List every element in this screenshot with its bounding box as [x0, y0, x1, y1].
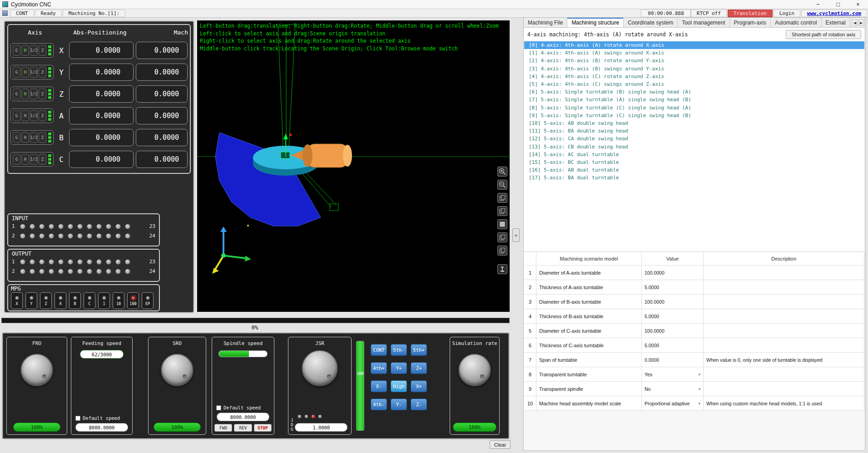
- translation-button[interactable]: Translation: [728, 10, 773, 17]
- structure-list-item[interactable]: [8] 5-axis: Single turntable (C) single …: [524, 104, 864, 112]
- scenario-value[interactable]: 100.0000: [642, 266, 704, 280]
- structure-list-item[interactable]: [16] 5-axis: AB dual turntable: [524, 166, 864, 174]
- default-speed-checkbox[interactable]: [216, 405, 221, 410]
- jsr-knob[interactable]: [302, 350, 338, 386]
- jog-step-input[interactable]: [295, 423, 347, 432]
- structure-list-item[interactable]: [11] 5-axis: BA double swing head: [524, 127, 864, 135]
- view-copy-icon[interactable]: [497, 232, 507, 242]
- tab-external[interactable]: External: [822, 18, 850, 27]
- default-speed-checkbox[interactable]: [75, 416, 80, 421]
- scenario-value[interactable]: 5.0000: [642, 280, 704, 295]
- structure-list-item[interactable]: [13] 5-axis: CB double swing head: [524, 143, 864, 150]
- jog-cont-button[interactable]: CONT: [371, 344, 387, 356]
- mpg-button-step-100[interactable]: 100: [127, 292, 139, 309]
- axis-g-button[interactable]: G: [13, 45, 20, 56]
- axis-h-button[interactable]: H: [21, 154, 29, 165]
- jog-x-plus-button[interactable]: X+: [411, 380, 427, 392]
- structure-list-item[interactable]: [3] 4-axis: 4th-axis (B) swings around Y…: [524, 65, 864, 73]
- axis-h-button[interactable]: H: [21, 132, 29, 143]
- structure-list-item[interactable]: [4] 4-axis: 4th-axis (C) rotate around Z…: [524, 73, 864, 80]
- axis-g-button[interactable]: G: [13, 154, 20, 165]
- axis-z-button[interactable]: Z: [39, 67, 46, 78]
- clear-button[interactable]: Clear: [490, 440, 511, 449]
- scenario-value[interactable]: 5.0000: [642, 338, 704, 353]
- tab-program-axis[interactable]: Program-axis: [730, 18, 771, 27]
- maximize-button[interactable]: □: [828, 0, 848, 9]
- rtcp-toggle[interactable]: RTCP off: [691, 10, 727, 17]
- axis-z-button[interactable]: Z: [39, 89, 46, 99]
- jog-high-button[interactable]: High: [391, 380, 407, 392]
- fro-knob[interactable]: [20, 354, 53, 386]
- website-link[interactable]: www.cyclmotion.com: [801, 10, 867, 17]
- structure-list-item[interactable]: [6] 5-axis: Single turntable (B) single …: [524, 88, 864, 96]
- feeding-default-speed-input[interactable]: [75, 423, 128, 432]
- structure-list-item[interactable]: [14] 5-axis: AC dual turntable: [524, 151, 864, 158]
- login-button[interactable]: Login: [774, 10, 800, 17]
- view-copy-icon[interactable]: [497, 193, 507, 203]
- right-panel-expander[interactable]: »: [512, 228, 520, 242]
- axis-g-button[interactable]: G: [13, 89, 20, 99]
- mpg-button-z[interactable]: Z: [40, 292, 52, 309]
- chevron-down-icon[interactable]: ▾: [698, 401, 700, 406]
- sro-knob[interactable]: [161, 354, 193, 386]
- axis-h-button[interactable]: H: [21, 67, 29, 78]
- axis-g-button[interactable]: G: [13, 132, 20, 143]
- solid-view-icon[interactable]: [497, 219, 507, 229]
- chevron-down-icon[interactable]: ▾: [698, 372, 700, 377]
- shortest-path-button[interactable]: Shortest path of rotation axis: [786, 30, 861, 39]
- axis-half-button[interactable]: 1/2: [30, 132, 38, 143]
- structure-list-item[interactable]: [10] 5-axis: AB double swing head: [524, 119, 864, 127]
- axis-h-button[interactable]: H: [21, 110, 29, 121]
- mpg-button-ep[interactable]: EP: [142, 292, 154, 309]
- tab-scroll-right-icon[interactable]: ▶: [858, 20, 864, 26]
- machine-3d-scene[interactable]: [197, 20, 510, 312]
- axis-h-button[interactable]: H: [21, 45, 29, 56]
- mpg-button-a[interactable]: A: [55, 292, 66, 309]
- mpg-button-c[interactable]: C: [84, 292, 95, 309]
- jog-4th-minus-button[interactable]: 4th-: [371, 399, 387, 410]
- view-copy-icon[interactable]: [497, 206, 507, 216]
- reset-view-icon[interactable]: [497, 264, 507, 274]
- spindle-fwd-button[interactable]: FWD: [214, 424, 232, 432]
- mpg-button-b[interactable]: B: [69, 292, 81, 309]
- scenario-value[interactable]: 0.0000: [642, 353, 704, 367]
- tab-machining-file[interactable]: Machining File: [524, 18, 567, 27]
- structure-list-item[interactable]: [2] 4-axis: 4th-axis (B) rotate around Y…: [524, 57, 864, 64]
- jog-x-minus-button[interactable]: X-: [371, 380, 387, 392]
- scenario-value-dropdown[interactable]: Proportional adaptive▾: [642, 396, 704, 411]
- scenario-value[interactable]: 100.0000: [642, 324, 704, 338]
- chevron-down-icon[interactable]: ▾: [698, 387, 700, 391]
- tab-coordinate-system[interactable]: Coordinate system: [624, 18, 678, 27]
- jog-y-plus-button[interactable]: Y+: [391, 362, 407, 374]
- structure-list-item[interactable]: [12] 5-axis: CA double swing head: [524, 135, 864, 143]
- spindle-stop-button[interactable]: STOP: [254, 424, 272, 432]
- structure-list-item[interactable]: [9] 5-axis: Single turntable (C) single …: [524, 112, 864, 119]
- axis-half-button[interactable]: 1/2: [30, 154, 38, 165]
- jog-5th-plus-button[interactable]: 5th+: [411, 344, 427, 356]
- scenario-value-dropdown[interactable]: Yes▾: [642, 367, 704, 382]
- spindle-default-speed-input[interactable]: [217, 413, 269, 421]
- minimize-button[interactable]: −: [808, 0, 828, 9]
- machine-3d-viewport[interactable]: Left-button drag:translation; Right-butt…: [197, 20, 510, 312]
- zoom-out-icon[interactable]: [497, 180, 507, 190]
- axis-z-button[interactable]: Z: [39, 132, 46, 143]
- simulation-rate-knob[interactable]: [458, 354, 491, 386]
- spindle-rev-button[interactable]: REV: [234, 424, 252, 432]
- close-button[interactable]: ×: [848, 0, 868, 9]
- structure-list-item[interactable]: [1] 4-axis: 4th-axis (A) swings around X…: [524, 49, 864, 57]
- axis-half-button[interactable]: 1/2: [30, 89, 38, 99]
- axis-z-button[interactable]: Z: [39, 110, 46, 121]
- tab-automatic-control[interactable]: Automatic control: [771, 18, 822, 27]
- feeding-speed-input[interactable]: [80, 350, 124, 359]
- jog-5th-minus-button[interactable]: 5th-: [391, 344, 407, 356]
- mpg-button-y[interactable]: Y: [25, 292, 37, 309]
- axis-z-button[interactable]: Z: [39, 154, 46, 165]
- mpg-button-step-1[interactable]: 1: [98, 292, 110, 309]
- jog-y-minus-button[interactable]: Y-: [391, 399, 407, 410]
- scenario-value-dropdown[interactable]: No▾: [642, 382, 704, 396]
- axis-half-button[interactable]: 1/2: [30, 67, 38, 78]
- axis-h-button[interactable]: H: [21, 89, 29, 99]
- structure-list-item[interactable]: [7] 5-axis: Single turntable (A) single …: [524, 96, 864, 103]
- mpg-button-x[interactable]: X: [11, 292, 23, 309]
- axis-g-button[interactable]: G: [13, 110, 20, 121]
